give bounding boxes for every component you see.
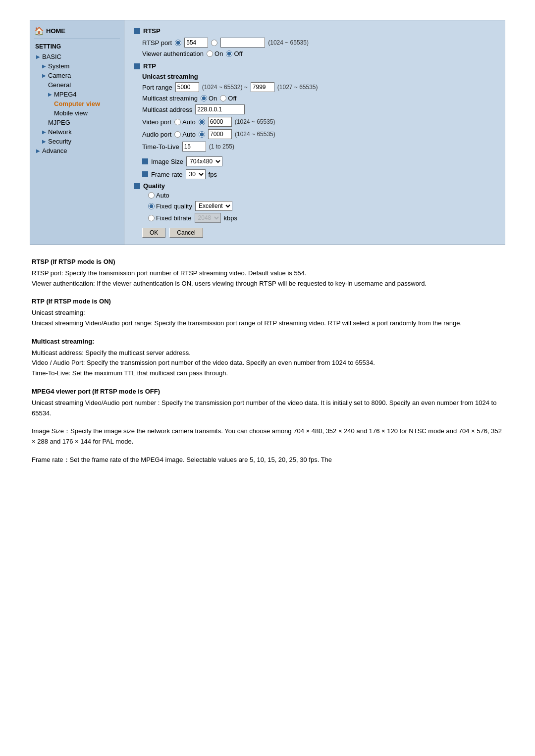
rtsp-port-radio-off[interactable] bbox=[211, 40, 217, 46]
multicast-addr-input[interactable] bbox=[195, 104, 245, 114]
image-size-icon bbox=[142, 158, 148, 164]
cancel-button[interactable]: Cancel bbox=[169, 228, 203, 238]
sidebar-item-security[interactable]: ▶ Security bbox=[34, 137, 120, 146]
desc-multicast-line2: Video / Audio Port: Specify the transmis… bbox=[32, 358, 503, 368]
desc-rtsp-line1: RTSP port: Specify the transmission port… bbox=[32, 268, 503, 279]
rtsp-port-radio-on[interactable] bbox=[175, 40, 181, 46]
quality-auto-radio[interactable] bbox=[148, 192, 155, 199]
desc-image-size: Image Size：Specify the image size the ne… bbox=[32, 426, 503, 447]
ok-button[interactable]: OK bbox=[142, 228, 165, 238]
desc-multicast-line1: Multicast address: Specify the multicast… bbox=[32, 348, 503, 358]
quality-bitrate-row: Fixed bitrate 2048 kbps bbox=[134, 213, 495, 223]
multicast-radio-group: On Off bbox=[201, 95, 236, 102]
desc-rtp: RTP (If RTSP mode is ON) Unicast streami… bbox=[32, 297, 503, 328]
camera-label: Camera bbox=[48, 72, 71, 79]
audio-port-row: Audio port Auto (1024 ~ 65535) bbox=[134, 129, 495, 139]
quality-icon bbox=[134, 183, 140, 189]
sidebar-home[interactable]: 🏠 HOME bbox=[34, 26, 120, 36]
computer-view-label: Computer view bbox=[54, 100, 100, 107]
multicast-addr-row: Multicast address bbox=[134, 104, 495, 114]
ttl-input[interactable] bbox=[182, 142, 206, 151]
port-range-hint1: (1024 ~ 65532) ~ bbox=[202, 84, 248, 91]
video-port-row: Video port Auto (1024 ~ 65535) bbox=[134, 117, 495, 127]
video-port-input[interactable] bbox=[208, 117, 232, 127]
audio-auto-radio[interactable] bbox=[174, 131, 181, 138]
sidebar: 🏠 HOME SETTING ▶ BASIC ▶ System ▶ Camera… bbox=[30, 20, 124, 245]
settings-content: RTSP RTSP port (1024 ~ 65535) Viewer aut… bbox=[124, 20, 505, 245]
port-range-input1[interactable] bbox=[175, 82, 199, 92]
rtsp-header: RTSP bbox=[134, 27, 495, 35]
sidebar-item-mobile-view[interactable]: Mobile view bbox=[34, 108, 120, 118]
desc-rtp-unicast: Unicast streaming: bbox=[32, 308, 503, 318]
desc-rtp-title: RTP (If RTSP mode is ON) bbox=[32, 297, 503, 307]
desc-rtsp: RTSP (If RTSP mode is ON) RTSP port: Spe… bbox=[32, 257, 503, 289]
sidebar-item-mjpeg[interactable]: MJPEG bbox=[34, 118, 120, 127]
multicast-on-radio[interactable] bbox=[201, 95, 207, 101]
quality-section: Quality Auto Fixed quality Excellent bbox=[134, 182, 495, 223]
system-label: System bbox=[48, 62, 69, 70]
frame-rate-row: Frame rate 5 10 15 20 25 30 fps bbox=[134, 169, 495, 179]
rtsp-port-input[interactable] bbox=[184, 38, 208, 48]
rtsp-port-custom-input[interactable] bbox=[220, 38, 265, 48]
fixed-bitrate-select[interactable]: 2048 bbox=[195, 213, 221, 223]
audio-port-hint: (1024 ~ 65535) bbox=[235, 131, 275, 138]
multicast-on-label: On bbox=[201, 95, 217, 102]
multicast-off-label: Off bbox=[220, 95, 236, 102]
rtsp-label: RTSP bbox=[143, 27, 160, 35]
video-manual-radio[interactable] bbox=[199, 119, 205, 125]
frame-rate-select[interactable]: 5 10 15 20 25 30 bbox=[186, 169, 206, 179]
sidebar-item-camera[interactable]: ▶ Camera bbox=[34, 71, 120, 80]
fixed-quality-select[interactable]: Excellent Good Standard bbox=[195, 201, 232, 211]
home-label: HOME bbox=[46, 27, 65, 35]
sidebar-item-computer-view[interactable]: Computer view bbox=[34, 99, 120, 108]
audio-manual-radio[interactable] bbox=[199, 131, 205, 138]
quality-header: Quality bbox=[134, 182, 495, 190]
rtp-label: RTP bbox=[143, 62, 156, 70]
frame-rate-unit: fps bbox=[209, 171, 217, 178]
sidebar-item-advance[interactable]: ▶ Advance bbox=[34, 146, 120, 155]
multicast-label: Multicast streaming bbox=[142, 95, 198, 102]
desc-mpeg4-line1: Unicast streaming Video/Audio port numbe… bbox=[32, 398, 503, 419]
desc-mpeg4: MPEG4 viewer port (If RTSP mode is OFF) … bbox=[32, 387, 503, 418]
desc-multicast-line3: Time-To-Live: Set the maximum TTL that m… bbox=[32, 368, 503, 379]
ttl-label: Time-To-Live bbox=[142, 143, 179, 151]
sidebar-item-mpeg4[interactable]: ▶ MPEG4 bbox=[34, 90, 120, 99]
sidebar-item-system[interactable]: ▶ System bbox=[34, 61, 120, 71]
arrow-icon-system: ▶ bbox=[42, 63, 46, 69]
desc-rtsp-title: RTSP (If RTSP mode is ON) bbox=[32, 257, 503, 267]
ttl-hint: (1 to 255) bbox=[209, 143, 234, 150]
arrow-icon-network: ▶ bbox=[42, 129, 46, 135]
quality-fixed-quality-radio[interactable] bbox=[148, 203, 155, 209]
quality-fixed-bitrate-radio[interactable] bbox=[148, 215, 155, 221]
fixed-bitrate-unit: kbps bbox=[224, 214, 237, 222]
rtp-icon bbox=[134, 63, 140, 69]
general-label: General bbox=[48, 81, 71, 89]
network-label: Network bbox=[48, 128, 72, 136]
mjpeg-label: MJPEG bbox=[48, 119, 70, 126]
rtsp-port-label: RTSP port bbox=[142, 39, 172, 47]
video-port-radio-group: Auto bbox=[174, 118, 205, 126]
arrow-icon-security: ▶ bbox=[42, 139, 46, 144]
port-range-hint2: (1027 ~ 65535) bbox=[277, 84, 318, 91]
image-size-select[interactable]: 704x480 352x240 176x120 bbox=[186, 156, 222, 166]
frame-rate-icon bbox=[142, 171, 148, 177]
quality-fixed-row: Fixed quality Excellent Good Standard bbox=[134, 201, 495, 211]
video-auto-radio[interactable] bbox=[174, 119, 181, 125]
viewer-auth-row: Viewer authentication On Off bbox=[134, 50, 495, 57]
desc-multicast: Multicast streaming: Multicast address: … bbox=[32, 337, 503, 379]
sidebar-item-general[interactable]: General bbox=[34, 80, 120, 90]
rtsp-port-row: RTSP port (1024 ~ 65535) bbox=[134, 38, 495, 48]
quality-auto-row: Auto bbox=[134, 192, 495, 199]
port-range-input2[interactable] bbox=[251, 82, 274, 92]
viewer-auth-on-radio[interactable] bbox=[207, 50, 213, 57]
multicast-off-radio[interactable] bbox=[220, 95, 226, 101]
image-size-label: Image Size bbox=[151, 158, 183, 165]
audio-port-input[interactable] bbox=[208, 129, 232, 139]
desc-frame-rate-line1: Frame rate：Set the frame rate of the MPE… bbox=[32, 455, 503, 465]
sidebar-item-network[interactable]: ▶ Network bbox=[34, 127, 120, 137]
sidebar-item-basic[interactable]: ▶ BASIC bbox=[34, 52, 120, 61]
home-icon: 🏠 bbox=[34, 26, 44, 36]
setting-label: SETTING bbox=[34, 43, 120, 50]
viewer-auth-off-label: Off bbox=[226, 50, 242, 57]
viewer-auth-off-radio[interactable] bbox=[226, 50, 232, 57]
